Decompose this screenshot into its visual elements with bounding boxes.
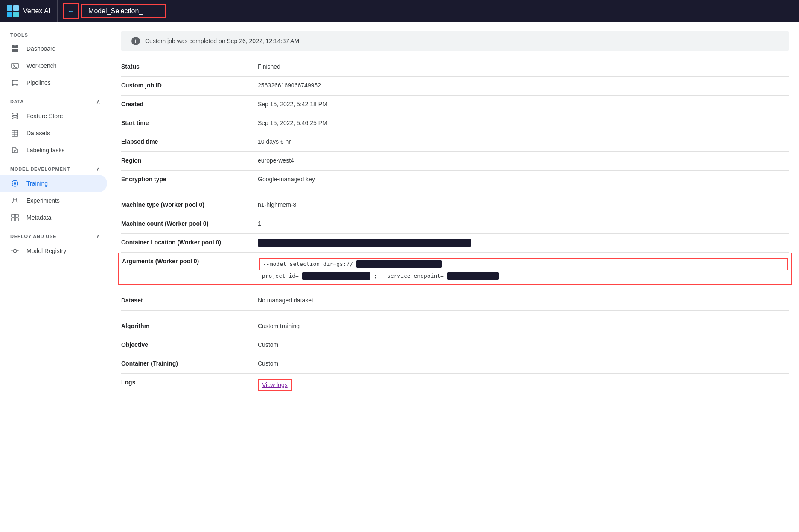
status-label: Status (121, 63, 258, 70)
sidebar-item-label: Labeling tasks (26, 147, 65, 154)
svg-rect-21 (15, 218, 18, 221)
sidebar-item-training[interactable]: Training (0, 175, 107, 192)
container-location-label: Container Location (Worker pool 0) (121, 239, 258, 246)
sidebar-item-label: Pipelines (26, 79, 51, 86)
region-value: europe-west4 (258, 157, 789, 164)
svg-rect-3 (15, 49, 18, 52)
svg-rect-2 (12, 49, 15, 52)
algorithm-value: Custom training (258, 323, 789, 329)
logo-icon (7, 5, 19, 17)
elapsed-time-label: Elapsed time (121, 138, 258, 145)
job-id-value: 2563266169066749952 (258, 82, 789, 89)
machine-type-value: n1-highmem-8 (258, 201, 789, 208)
args-redacted-1 (356, 260, 442, 268)
app-logo: Vertex AI (7, 0, 58, 22)
start-time-row: Start time Sep 15, 2022, 5:46:25 PM (121, 114, 789, 133)
args-text-part2: -project_id= (259, 273, 299, 279)
sidebar-item-dashboard[interactable]: Dashboard (0, 40, 107, 57)
svg-rect-18 (12, 214, 15, 217)
start-time-label: Start time (121, 119, 258, 126)
logs-value: View logs (258, 379, 789, 391)
experiments-icon (10, 196, 20, 205)
sidebar-item-label: Metadata (26, 214, 51, 221)
status-value: Finished (258, 63, 789, 70)
chevron-up-icon-2: ∧ (96, 166, 100, 172)
training-icon (10, 179, 20, 188)
feature-store-icon (10, 112, 20, 120)
dataset-row: Dataset No managed dataset (121, 292, 789, 311)
created-row: Created Sep 15, 2022, 5:42:18 PM (121, 96, 789, 114)
dataset-value: No managed dataset (258, 297, 789, 304)
model-dev-label: MODEL DEVELOPMENT (10, 166, 70, 172)
view-logs-link[interactable]: View logs (258, 379, 292, 391)
sidebar-item-datasets[interactable]: Datasets (0, 125, 107, 142)
main-layout: TOOLS Dashboard Workbench Pipelines DATA… (0, 22, 799, 532)
container-training-value: Custom (258, 360, 789, 367)
tools-section-label: TOOLS (0, 26, 111, 40)
objective-label: Objective (121, 341, 258, 348)
pipelines-icon (10, 78, 20, 87)
sidebar-item-labeling-tasks[interactable]: Labeling tasks (0, 142, 107, 159)
machine-type-label: Machine type (Worker pool 0) (121, 201, 258, 208)
sidebar-item-label: Workbench (26, 62, 57, 69)
svg-rect-20 (12, 218, 15, 221)
sidebar-item-metadata[interactable]: Metadata (0, 209, 107, 226)
objective-row: Objective Custom (121, 336, 789, 355)
svg-point-22 (13, 249, 17, 253)
sidebar-item-label: Dashboard (26, 45, 56, 52)
created-label: Created (121, 101, 258, 108)
app-name: Vertex AI (23, 7, 50, 15)
dataset-label: Dataset (121, 297, 258, 304)
region-row: Region europe-west4 (121, 152, 789, 171)
svg-point-9 (12, 113, 18, 116)
metadata-icon (10, 213, 20, 222)
job-id-row: Custom job ID 2563266169066749952 (121, 77, 789, 96)
region-label: Region (121, 157, 258, 164)
data-section-header: DATA ∧ (0, 91, 111, 108)
sidebar-item-label: Model Registry (26, 247, 66, 254)
algorithm-row: Algorithm Custom training (121, 317, 789, 336)
sidebar-item-pipelines[interactable]: Pipelines (0, 74, 107, 91)
svg-rect-19 (15, 214, 18, 217)
chevron-up-icon: ∧ (96, 98, 100, 105)
sidebar-item-label: Feature Store (26, 113, 63, 119)
args-value-box: --model_selection_dir=gs:// (259, 258, 788, 270)
objective-value: Custom (258, 341, 789, 348)
workbench-icon (10, 61, 20, 70)
created-value: Sep 15, 2022, 5:42:18 PM (258, 101, 789, 108)
args-redacted-2 (302, 272, 370, 280)
sidebar: TOOLS Dashboard Workbench Pipelines DATA… (0, 22, 111, 532)
algorithm-label: Algorithm (121, 323, 258, 329)
args-redacted-3 (447, 272, 499, 280)
breadcrumb: ← Model_Selection_ (63, 3, 792, 19)
labeling-icon (10, 146, 20, 154)
data-section-label: DATA (10, 99, 24, 104)
sidebar-item-model-registry[interactable]: Model Registry (0, 242, 107, 259)
job-id-label: Custom job ID (121, 82, 258, 89)
status-row: Status Finished (121, 58, 789, 77)
redacted-value (258, 239, 471, 247)
sidebar-item-feature-store[interactable]: Feature Store (0, 108, 107, 125)
elapsed-time-row: Elapsed time 10 days 6 hr (121, 133, 789, 152)
deploy-label: DEPLOY AND USE (10, 234, 56, 239)
model-dev-section-header: MODEL DEVELOPMENT ∧ (0, 159, 111, 175)
machine-type-row: Machine type (Worker pool 0) n1-highmem-… (121, 196, 789, 215)
sidebar-item-experiments[interactable]: Experiments (0, 192, 107, 209)
encryption-row: Encryption type Google-managed key (121, 171, 789, 189)
arguments-label: Arguments (Worker pool 0) (122, 258, 259, 265)
container-location-row: Container Location (Worker pool 0) (121, 234, 789, 253)
sidebar-item-label: Training (26, 180, 48, 187)
sidebar-item-workbench[interactable]: Workbench (0, 57, 107, 74)
encryption-label: Encryption type (121, 176, 258, 183)
back-button[interactable]: ← (63, 3, 79, 19)
sidebar-item-label: Experiments (26, 197, 60, 204)
chevron-up-icon-3: ∧ (96, 233, 100, 240)
logs-row: Logs View logs (121, 374, 789, 396)
datasets-icon (10, 129, 20, 137)
info-icon: i (131, 37, 140, 45)
deploy-section-header: DEPLOY AND USE ∧ (0, 226, 111, 242)
svg-point-8 (16, 84, 18, 86)
args-line2: -project_id= ; --service_endpoint= (259, 272, 788, 280)
container-location-value (258, 239, 789, 247)
arguments-row: Arguments (Worker pool 0) --model_select… (118, 253, 792, 285)
